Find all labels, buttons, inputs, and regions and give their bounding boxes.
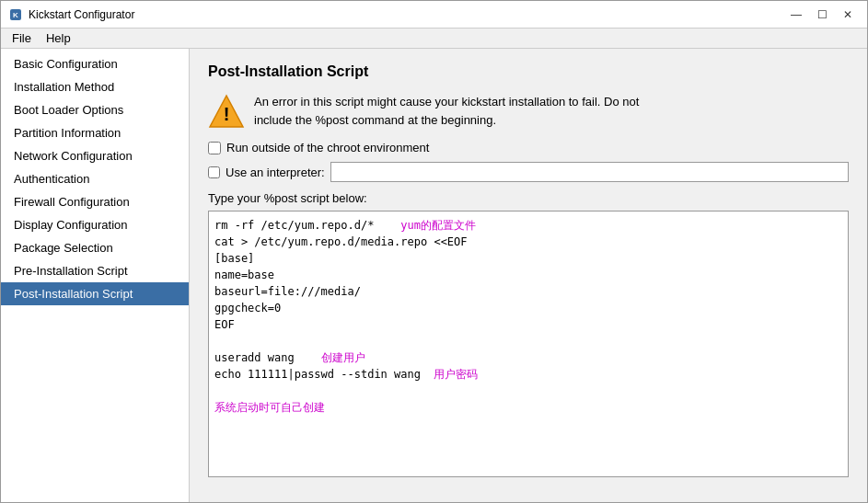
sidebar-item-authentication[interactable]: Authentication — [1, 167, 189, 190]
sidebar: Basic ConfigurationInstallation MethodBo… — [1, 49, 190, 502]
content-area: Basic ConfigurationInstallation MethodBo… — [1, 49, 867, 502]
main-panel: Post-Installation Script ! An error in t… — [190, 49, 867, 502]
interpreter-row: Use an interpreter: — [208, 162, 849, 182]
chroot-checkbox[interactable] — [208, 142, 221, 154]
minimize-button[interactable]: — — [784, 6, 808, 24]
sidebar-item-firewall-configuration[interactable]: Firewall Configuration — [1, 190, 189, 213]
sidebar-item-installation-method[interactable]: Installation Method — [1, 75, 189, 98]
menu-bar: File Help — [1, 29, 867, 49]
sidebar-item-network-configuration[interactable]: Network Configuration — [1, 144, 189, 167]
warning-text: An error in this script might cause your… — [254, 93, 641, 129]
interpreter-input[interactable] — [330, 162, 849, 182]
panel-title: Post-Installation Script — [208, 63, 849, 80]
menu-help[interactable]: Help — [39, 29, 78, 47]
sidebar-item-post-installation-script[interactable]: Post-Installation Script — [1, 282, 189, 305]
menu-file[interactable]: File — [5, 29, 39, 47]
maximize-button[interactable]: ☐ — [810, 6, 834, 24]
script-textarea[interactable]: rm -rf /etc/yum.repo.d/* yum的配置文件 cat > … — [208, 211, 849, 477]
sidebar-item-basic-configuration[interactable]: Basic Configuration — [1, 52, 189, 75]
warning-icon: ! — [208, 93, 245, 130]
title-bar: K Kickstart Configurator — ☐ ✕ — [1, 1, 867, 29]
svg-text:!: ! — [224, 104, 230, 124]
interpreter-label: Use an interpreter: — [226, 166, 325, 179]
interpreter-checkbox[interactable] — [208, 166, 220, 178]
app-icon: K — [8, 7, 23, 22]
sidebar-item-package-selection[interactable]: Package Selection — [1, 236, 189, 259]
warning-box: ! An error in this script might cause yo… — [208, 93, 849, 130]
sidebar-item-boot-loader-options[interactable]: Boot Loader Options — [1, 98, 189, 121]
title-bar-text: Kickstart Configurator — [29, 8, 784, 21]
sidebar-item-pre-installation-script[interactable]: Pre-Installation Script — [1, 259, 189, 282]
script-type-label: Type your %post script below: — [208, 191, 849, 205]
sidebar-item-display-configuration[interactable]: Display Configuration — [1, 213, 189, 236]
title-bar-controls: — ☐ ✕ — [784, 6, 860, 24]
app-window: K Kickstart Configurator — ☐ ✕ File Help… — [0, 0, 868, 503]
sidebar-item-partition-information[interactable]: Partition Information — [1, 121, 189, 144]
chroot-label: Run outside of the chroot environment — [226, 141, 429, 154]
svg-text:K: K — [13, 11, 18, 19]
close-button[interactable]: ✕ — [836, 6, 860, 24]
chroot-checkbox-row: Run outside of the chroot environment — [208, 141, 849, 154]
